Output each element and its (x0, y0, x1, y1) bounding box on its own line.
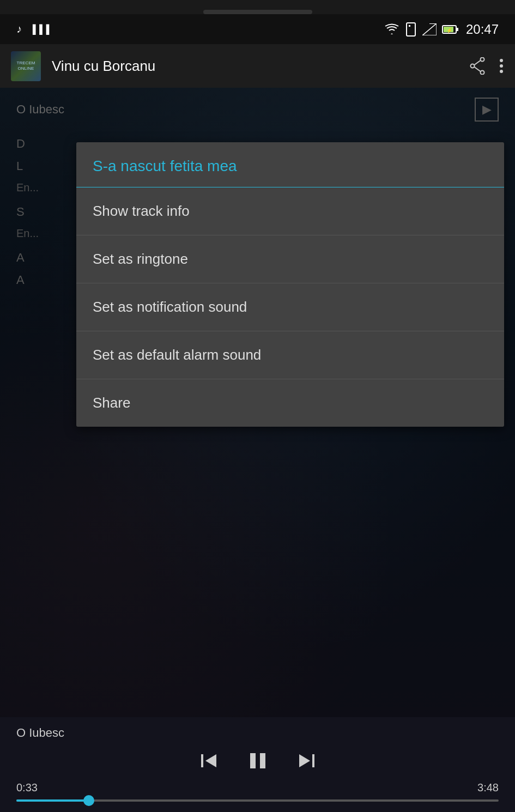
menu-item-set-alarm[interactable]: Set as default alarm sound (76, 331, 504, 379)
menu-item-show-track-info[interactable]: Show track info (76, 187, 504, 235)
context-menu-title: S-a nascut fetita mea (76, 142, 504, 187)
status-bar: ♪ ▐▐▐ (0, 14, 515, 44)
player-controls (16, 749, 499, 773)
menu-item-set-ringtone[interactable]: Set as ringtone (76, 235, 504, 283)
svg-point-14 (500, 64, 503, 68)
bars-status-icon: ▐▐▐ (29, 25, 50, 34)
signal-icon (422, 23, 437, 35)
svg-rect-0 (407, 23, 415, 36)
svg-point-9 (471, 64, 475, 68)
now-playing-label: O Iubesc (16, 726, 499, 740)
svg-marker-2 (422, 23, 437, 35)
context-menu: S-a nascut fetita mea Show track info Se… (76, 142, 504, 427)
wifi-icon (384, 23, 399, 35)
speaker-bar (203, 10, 312, 14)
status-right-icons: ⚡ 20:47 (384, 22, 499, 37)
main-content: O Iubesc ▶ D L En... S En... A A S-a nas… (0, 88, 515, 717)
svg-point-15 (500, 70, 503, 73)
header-icons (469, 57, 504, 75)
player-bar: O Iubesc 0:33 3:48 (0, 717, 515, 812)
storage-icon (405, 22, 417, 37)
progress-bar[interactable] (16, 799, 499, 802)
svg-rect-16 (201, 754, 203, 767)
skip-next-icon[interactable] (297, 751, 317, 771)
time-row: 0:33 3:48 (16, 781, 499, 794)
skip-previous-icon[interactable] (199, 751, 219, 771)
clock: 20:47 (466, 22, 499, 37)
svg-rect-18 (250, 753, 256, 768)
status-left-icons: ♪ ▐▐▐ (16, 23, 50, 35)
svg-rect-19 (260, 753, 265, 768)
svg-rect-20 (312, 754, 314, 767)
svg-rect-1 (409, 25, 410, 27)
more-icon[interactable] (499, 57, 504, 75)
progress-fill (16, 799, 89, 802)
app-title: Vinu cu Borcanu (52, 58, 458, 75)
svg-rect-5 (457, 28, 458, 31)
svg-marker-17 (205, 754, 216, 767)
svg-line-11 (475, 60, 481, 65)
menu-item-set-notification[interactable]: Set as notification sound (76, 283, 504, 331)
svg-text:⚡: ⚡ (446, 27, 453, 33)
battery-icon: ⚡ (442, 24, 458, 35)
progress-thumb[interactable] (83, 795, 94, 806)
music-status-icon: ♪ (16, 23, 22, 35)
time-current: 0:33 (16, 781, 38, 794)
svg-line-12 (475, 67, 481, 71)
phone-frame: ♪ ▐▐▐ (0, 0, 515, 812)
svg-point-8 (481, 58, 484, 62)
time-total: 3:48 (477, 781, 499, 794)
menu-item-share[interactable]: Share (76, 379, 504, 427)
app-icon[interactable]: TRECEMONLINE (11, 51, 41, 81)
pause-icon[interactable] (246, 749, 270, 773)
svg-point-13 (500, 59, 503, 62)
svg-point-10 (481, 71, 484, 75)
svg-marker-21 (299, 754, 310, 767)
share-icon[interactable] (469, 57, 486, 75)
app-header: TRECEMONLINE Vinu cu Borcanu (0, 44, 515, 88)
